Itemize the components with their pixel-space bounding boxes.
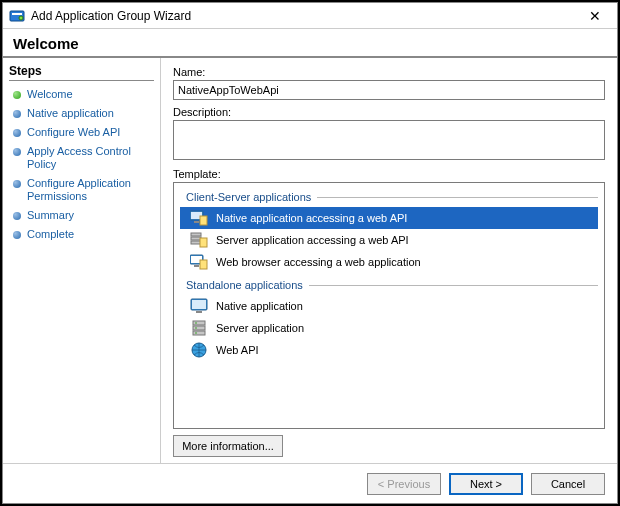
step-apply-access-control-policy[interactable]: Apply Access Control Policy <box>9 142 160 174</box>
template-group-standalone: Standalone applications <box>180 279 598 291</box>
bullet-current-icon <box>13 91 21 99</box>
close-button[interactable]: ✕ <box>579 8 611 24</box>
template-server-application[interactable]: Server application <box>180 317 598 339</box>
bullet-pending-icon <box>13 180 21 188</box>
step-welcome[interactable]: Welcome <box>9 85 160 104</box>
template-web-api[interactable]: Web API <box>180 339 598 361</box>
template-item-label: Native application accessing a web API <box>216 212 407 224</box>
template-item-label: Web browser accessing a web application <box>216 256 421 268</box>
description-input[interactable] <box>173 120 605 160</box>
template-list: Client-Server applications Native applic… <box>173 182 605 429</box>
native-web-icon <box>190 209 208 227</box>
name-label: Name: <box>173 66 605 78</box>
template-browser-accessing-web-app[interactable]: Web browser accessing a web application <box>180 251 598 273</box>
steps-heading: Steps <box>9 64 154 81</box>
template-native-application[interactable]: Native application <box>180 295 598 317</box>
window-title: Add Application Group Wizard <box>31 9 579 23</box>
page-title: Welcome <box>3 29 617 58</box>
more-information-button[interactable]: More information... <box>173 435 283 457</box>
bullet-pending-icon <box>13 212 21 220</box>
step-native-application[interactable]: Native application <box>9 104 160 123</box>
steps-sidebar: Steps Welcome Native application Configu… <box>3 58 161 463</box>
bullet-pending-icon <box>13 129 21 137</box>
server-web-icon <box>190 231 208 249</box>
template-item-label: Server application accessing a web API <box>216 234 409 246</box>
wizard-footer: < Previous Next > Cancel <box>3 463 617 503</box>
cancel-button[interactable]: Cancel <box>531 473 605 495</box>
bullet-pending-icon <box>13 148 21 156</box>
name-input[interactable] <box>173 80 605 100</box>
template-item-label: Native application <box>216 300 303 312</box>
app-icon <box>9 8 25 24</box>
step-configure-app-permissions[interactable]: Configure Application Permissions <box>9 174 160 206</box>
template-item-label: Server application <box>216 322 304 334</box>
titlebar: Add Application Group Wizard ✕ <box>3 3 617 29</box>
template-group-client-server: Client-Server applications <box>180 191 598 203</box>
template-label: Template: <box>173 168 605 180</box>
next-button[interactable]: Next > <box>449 473 523 495</box>
description-label: Description: <box>173 106 605 118</box>
step-summary[interactable]: Summary <box>9 206 160 225</box>
template-item-label: Web API <box>216 344 259 356</box>
previous-button: < Previous <box>367 473 441 495</box>
bullet-pending-icon <box>13 231 21 239</box>
bullet-pending-icon <box>13 110 21 118</box>
web-api-icon <box>190 341 208 359</box>
step-configure-web-api[interactable]: Configure Web API <box>9 123 160 142</box>
template-server-accessing-web-api[interactable]: Server application accessing a web API <box>180 229 598 251</box>
step-complete[interactable]: Complete <box>9 225 160 244</box>
browser-web-icon <box>190 253 208 271</box>
server-app-icon <box>190 319 208 337</box>
native-app-icon <box>190 297 208 315</box>
template-native-accessing-web-api[interactable]: Native application accessing a web API <box>180 207 598 229</box>
